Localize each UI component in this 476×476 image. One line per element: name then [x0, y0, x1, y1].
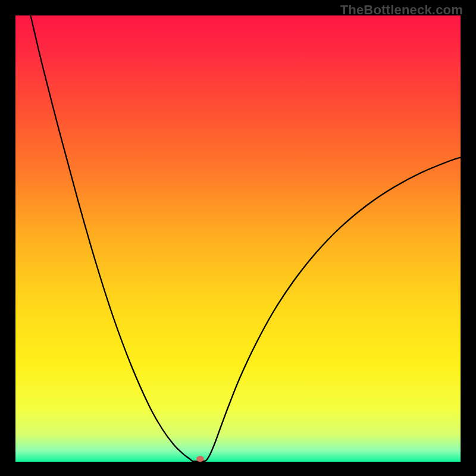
optimal-point-marker [196, 456, 204, 462]
chart-gradient-bg [15, 15, 461, 462]
watermark-text: TheBottleneck.com [340, 2, 463, 18]
bottleneck-chart [0, 0, 476, 476]
